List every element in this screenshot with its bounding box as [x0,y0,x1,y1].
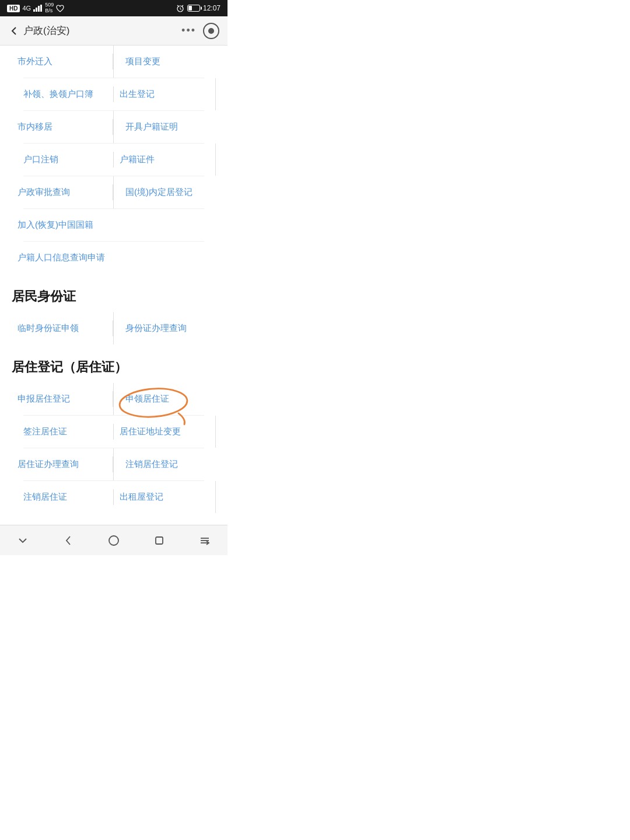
speed-label: 509B/s [45,2,54,14]
list-item[interactable]: 开具户籍证明 [114,111,216,143]
list-item[interactable]: 申报居住登记 [12,383,114,415]
signal-bars-icon [33,5,43,12]
nav-menu-button[interactable] [191,529,219,552]
list-item[interactable]: 出租屋登记 [114,481,216,513]
nav-home-button[interactable] [100,529,128,552]
alarm-icon [176,4,184,12]
list-item[interactable]: 补领、换领户口簿 [12,78,114,110]
nav-bar: 户政(治安) ••• [0,16,228,46]
list-item[interactable]: 户籍证件 [114,144,216,176]
list-item[interactable]: 户籍人口信息查询申请 [12,242,216,274]
list-item[interactable]: 户政审批查询 [12,176,114,208]
list-item[interactable]: 签注居住证 [12,416,114,448]
signal-label: 4G [22,5,31,12]
residence-section-header: 居住登记（居住证） [0,344,228,383]
carrier-label: HD [7,5,20,12]
back-button[interactable] [8,25,20,37]
residence-grid: 申报居住登记 申领居住证 签注居住证 居住证地址变更 居住证办理查询 [0,383,228,513]
list-item[interactable]: 注销居住证 [12,481,114,513]
list-item[interactable]: 出生登记 [114,78,216,110]
list-item[interactable]: 国(境)内定居登记 [114,176,216,208]
list-item[interactable]: 居住证地址变更 [114,416,216,448]
list-item[interactable]: 户口注销 [12,144,114,176]
svg-rect-7 [156,537,163,544]
battery-icon [187,5,200,12]
more-button[interactable]: ••• [181,25,196,37]
list-item[interactable]: 市外迁入 [12,46,114,78]
svg-point-5 [118,386,188,419]
id-card-grid: 临时身份证申领 身份证办理查询 [0,312,228,344]
list-item[interactable]: 加入(恢复)中国国籍 [12,209,216,241]
circle-annotation-icon [117,386,193,419]
nav-actions: ••• [181,23,219,39]
time-label: 12:07 [203,4,220,12]
record-button[interactable] [203,23,219,39]
status-bar: HD 4G 509B/s 12:07 [0,0,228,16]
record-icon [208,28,214,34]
list-item[interactable]: 注销居住登记 [114,448,216,480]
bottom-nav [0,525,228,555]
list-item[interactable]: 临时身份证申领 [12,312,114,344]
status-right: 12:07 [176,4,220,12]
id-card-section-header: 居民身份证 [0,274,228,312]
heart-icon [56,5,64,12]
svg-rect-3 [40,5,42,12]
huzheng-grid: 市外迁入 项目变更 补领、换领户口簿 出生登记 市内移居 开具户籍证明 户口注销 [0,46,228,274]
circled-label: 申领居住证 [125,393,169,405]
svg-rect-0 [33,9,35,12]
page-title: 户政(治安) [23,24,181,37]
nav-back-triangle-button[interactable] [54,529,82,552]
nav-recent-button[interactable] [145,529,173,552]
nav-down-button[interactable] [9,529,37,552]
svg-rect-2 [38,6,40,12]
apply-residence-permit-item[interactable]: 申领居住证 [114,383,216,415]
list-item[interactable]: 居住证办理查询 [12,448,114,480]
list-item[interactable]: 市内移居 [12,111,114,143]
svg-point-6 [109,536,118,545]
svg-rect-1 [36,8,37,12]
list-item[interactable]: 项目变更 [114,46,216,78]
list-item[interactable]: 身份证办理查询 [114,312,216,344]
main-content: 市外迁入 项目变更 补领、换领户口簿 出生登记 市内移居 开具户籍证明 户口注销 [0,46,228,525]
status-left: HD 4G 509B/s [7,2,64,14]
